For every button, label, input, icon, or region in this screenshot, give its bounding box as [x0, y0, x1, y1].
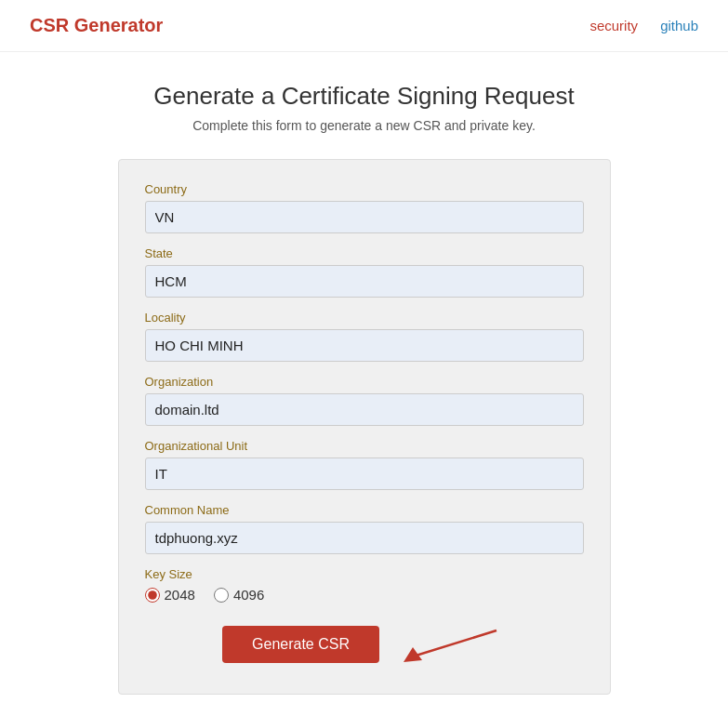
form-card: Country State Locality Organization Orga…	[118, 159, 611, 695]
state-label: State	[145, 246, 584, 260]
arrow-icon	[394, 621, 506, 668]
organization-label: Organization	[145, 375, 584, 389]
state-group: State	[145, 246, 584, 298]
nav-links: security github	[589, 18, 698, 33]
organization-input[interactable]	[145, 393, 584, 426]
svg-line-0	[413, 630, 496, 657]
state-input[interactable]	[145, 265, 584, 298]
country-group: Country	[145, 182, 584, 233]
generate-csr-button[interactable]: Generate CSR	[222, 626, 379, 663]
github-link[interactable]: github	[660, 18, 698, 33]
organization-group: Organization	[145, 375, 584, 426]
key-size-2048-radio[interactable]	[145, 588, 160, 603]
page-title: Generate a Certificate Signing Request	[153, 82, 574, 111]
common-name-input[interactable]	[145, 522, 584, 554]
key-size-radio-group: 2048 4096	[145, 587, 584, 603]
key-size-label: Key Size	[145, 567, 584, 581]
brand-link[interactable]: CSR Generator	[30, 15, 163, 36]
key-size-4096-option[interactable]: 4096	[214, 587, 264, 603]
key-size-group: Key Size 2048 4096	[145, 567, 584, 603]
page-subtitle: Complete this form to generate a new CSR…	[192, 118, 536, 133]
main-content: Generate a Certificate Signing Request C…	[0, 52, 728, 703]
locality-input[interactable]	[145, 329, 584, 362]
org-unit-input[interactable]	[145, 458, 584, 490]
common-name-label: Common Name	[145, 503, 584, 517]
button-area: Generate CSR	[145, 621, 584, 668]
arrow-container	[394, 621, 506, 668]
country-label: Country	[145, 182, 584, 196]
key-size-2048-label: 2048	[165, 587, 195, 603]
key-size-4096-radio[interactable]	[214, 588, 229, 603]
org-unit-label: Organizational Unit	[145, 439, 584, 453]
security-link[interactable]: security	[589, 18, 638, 33]
locality-label: Locality	[145, 311, 584, 325]
common-name-group: Common Name	[145, 503, 584, 554]
navbar: CSR Generator security github	[0, 0, 728, 52]
org-unit-group: Organizational Unit	[145, 439, 584, 490]
country-input[interactable]	[145, 201, 584, 233]
key-size-2048-option[interactable]: 2048	[145, 587, 195, 603]
locality-group: Locality	[145, 311, 584, 362]
key-size-4096-label: 4096	[233, 587, 264, 603]
